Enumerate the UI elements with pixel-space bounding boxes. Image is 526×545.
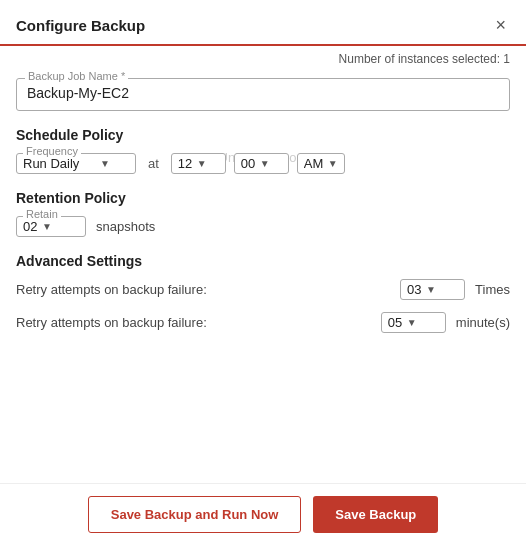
retain-select[interactable]: 01020304 0507101430 [23,219,56,234]
retry-interval-row: Retry attempts on backup failure: 010203… [16,312,510,333]
retain-label: Retain [23,208,61,220]
advanced-section-title: Advanced Settings [16,253,510,269]
configure-backup-dialog: Configure Backup × Number of instances s… [0,0,526,545]
retain-group: Retain 01020304 0507101430 ▼ [16,216,86,237]
retention-row: Retain 01020304 0507101430 ▼ snapshots [16,216,510,237]
frequency-group: Frequency Run Daily Run Weekly Run Month… [16,153,136,174]
interval-unit: minute(s) [456,315,510,330]
retry-attempts-row: Retry attempts on backup failure: 010203… [16,279,510,300]
retry-interval-label: Retry attempts on backup failure: [16,315,371,330]
at-label: at [144,156,163,171]
ampm-select[interactable]: AMPM [304,156,342,171]
backup-job-name-input[interactable] [27,83,499,101]
dialog-title: Configure Backup [16,17,145,34]
retry-times-unit: Times [475,282,510,297]
retry-attempts-group: 0102030405 ▼ [400,279,465,300]
frequency-label: Frequency [23,145,81,157]
backup-job-name-field: Backup Job Name * [16,78,510,111]
snapshots-label: snapshots [96,219,155,234]
retry-interval-group: 0102030405 101530 ▼ [381,312,446,333]
save-backup-button[interactable]: Save Backup [313,496,438,533]
hour-group: 12010203 04050607 08091011 ▼ [171,153,226,174]
retention-section-title: Retention Policy [16,190,510,206]
ampm-group: AMPM ▼ [297,153,345,174]
retry-attempts-label: Retry attempts on backup failure: [16,282,390,297]
minute-group: 00153045 ▼ [234,153,289,174]
dialog-body: UnixArena.com Backup Job Name * Schedule… [0,70,526,483]
save-backup-run-now-button[interactable]: Save Backup and Run Now [88,496,302,533]
retry-interval-select[interactable]: 0102030405 101530 [388,315,421,330]
frequency-select[interactable]: Run Daily Run Weekly Run Monthly [23,156,114,171]
close-button[interactable]: × [491,14,510,36]
advanced-section: Advanced Settings Retry attempts on back… [16,253,510,333]
retention-section: Retention Policy Retain 01020304 0507101… [16,190,510,237]
retry-attempts-select[interactable]: 0102030405 [407,282,440,297]
schedule-row: Frequency Run Daily Run Weekly Run Month… [16,153,510,174]
dialog-footer: Save Backup and Run Now Save Backup [0,483,526,545]
instance-count: Number of instances selected: 1 [0,46,526,70]
schedule-section-title: Schedule Policy [16,127,510,143]
backup-job-name-label: Backup Job Name * [25,70,128,82]
schedule-section: Schedule Policy Frequency Run Daily Run … [16,127,510,174]
hour-select[interactable]: 12010203 04050607 08091011 [178,156,211,171]
minute-select[interactable]: 00153045 [241,156,274,171]
dialog-header: Configure Backup × [0,0,526,46]
